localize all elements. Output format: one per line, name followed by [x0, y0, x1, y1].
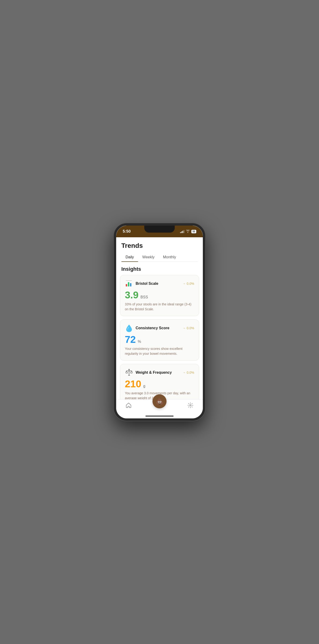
weight-frequency-card: Weight & Frequency → 0.0% 210 g You aver…: [120, 364, 199, 399]
weight-card-header-left: Weight & Frequency: [125, 368, 172, 377]
consistency-trend-value: 0.0%: [187, 326, 194, 330]
tab-weekly[interactable]: Weekly: [138, 253, 159, 262]
weight-card-trend: → 0.0%: [182, 371, 194, 374]
svg-rect-0: [126, 284, 127, 286]
consistency-score-card: Consistency Score → 0.0% 72 % Your consi…: [120, 320, 199, 360]
consistency-description: Your consistency scores show excellent r…: [125, 346, 194, 356]
status-icons: 55: [180, 230, 196, 234]
page-header: Trends Daily Weekly Monthly: [116, 237, 203, 262]
home-icon: [126, 402, 132, 410]
consistency-card-header: Consistency Score → 0.0%: [125, 324, 194, 332]
signal-bar-4: [184, 230, 184, 233]
weight-unit: g: [143, 384, 145, 388]
consistency-card-header-left: Consistency Score: [125, 324, 169, 332]
scales-icon: [125, 368, 133, 377]
poop-button[interactable]: 💩: [152, 394, 167, 408]
bristol-card-header: Bristol Scale → 0.0%: [125, 280, 194, 288]
bristol-description: 33% of your stools are in the ideal rang…: [125, 302, 194, 312]
bristol-card-title: Bristol Scale: [136, 282, 158, 286]
tabs-bar: Daily Weekly Monthly: [121, 253, 198, 262]
phone-inner: 5:50 55: [116, 226, 203, 418]
settings-icon: [187, 402, 193, 410]
consistency-value-row: 72 %: [125, 335, 194, 344]
bristol-trend-arrow: →: [182, 282, 186, 286]
consistency-card-trend: → 0.0%: [182, 326, 194, 330]
weight-card-title: Weight & Frequency: [136, 370, 172, 375]
cards-container: Bristol Scale → 0.0% 3.9 BSS 33% of your…: [116, 275, 203, 399]
notch: [144, 226, 175, 232]
svg-line-8: [130, 371, 132, 373]
bristol-unit: BSS: [141, 295, 148, 299]
svg-rect-2: [130, 283, 131, 286]
svg-point-11: [129, 369, 130, 370]
home-nav-item[interactable]: [126, 402, 132, 410]
weight-trend-value: 0.0%: [187, 371, 194, 374]
wifi-icon: [186, 230, 190, 234]
tab-monthly[interactable]: Monthly: [159, 253, 180, 262]
consistency-unit: %: [138, 340, 141, 344]
svg-line-9: [132, 371, 132, 373]
bristol-card-header-left: Bristol Scale: [125, 280, 158, 288]
bristol-trend-value: 0.0%: [187, 282, 194, 286]
weight-value-row: 210 g: [125, 379, 194, 389]
consistency-card-title: Consistency Score: [136, 326, 169, 330]
weight-trend-arrow: →: [182, 371, 186, 374]
bristol-scale-card: Bristol Scale → 0.0% 3.9 BSS 33% of your…: [120, 275, 199, 316]
svg-point-12: [190, 404, 191, 406]
main-content: Trends Daily Weekly Monthly Insights: [116, 237, 203, 399]
home-indicator: [145, 416, 174, 416]
bristol-card-trend: → 0.0%: [182, 282, 194, 286]
signal-bars-icon: [180, 230, 184, 233]
status-time: 5:50: [123, 229, 131, 234]
signal-bar-3: [182, 231, 183, 233]
svg-rect-10: [128, 375, 130, 376]
page-title: Trends: [121, 242, 198, 250]
bristol-scale-icon: [125, 280, 133, 288]
svg-line-6: [126, 371, 126, 373]
weight-card-header: Weight & Frequency → 0.0%: [125, 368, 194, 377]
bristol-value: 3.9: [125, 290, 138, 300]
settings-nav-item[interactable]: [187, 402, 193, 410]
phone-frame: 5:50 55: [114, 223, 205, 421]
consistency-value: 72: [125, 334, 136, 345]
svg-rect-3: [126, 280, 132, 281]
signal-bar-2: [181, 232, 182, 233]
water-drop-icon: [125, 324, 133, 332]
bottom-nav: 💩: [116, 399, 203, 418]
svg-rect-1: [128, 282, 129, 286]
consistency-trend-arrow: →: [182, 326, 186, 330]
center-nav-item[interactable]: 💩: [152, 394, 167, 408]
weight-value: 210: [125, 378, 141, 390]
poop-icon: 💩: [156, 398, 164, 405]
svg-line-7: [126, 371, 128, 373]
tab-daily[interactable]: Daily: [121, 253, 138, 262]
signal-bar-1: [180, 232, 181, 233]
insights-section-title: Insights: [116, 262, 203, 275]
battery-icon: 55: [191, 230, 196, 233]
bristol-value-row: 3.9 BSS: [125, 290, 194, 300]
